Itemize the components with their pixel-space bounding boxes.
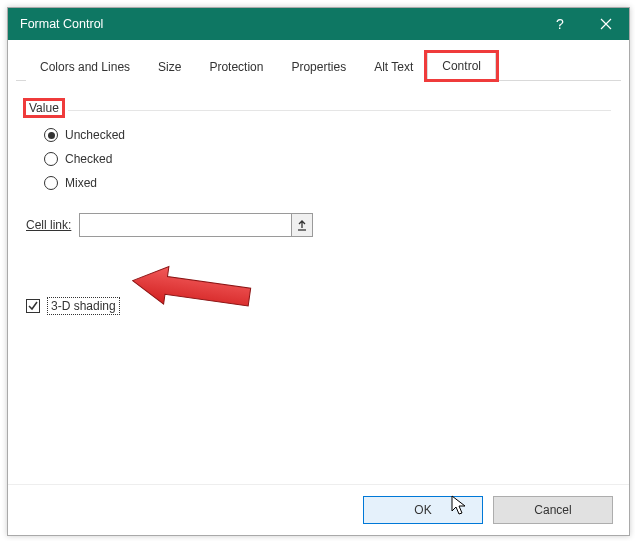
value-group: Value Unchecked Checked Mixed (26, 101, 611, 195)
tab-colors-and-lines[interactable]: Colors and Lines (26, 54, 144, 81)
tab-protection[interactable]: Protection (195, 54, 277, 81)
cell-link-label: Cell link: (26, 218, 71, 232)
radio-unchecked-label: Unchecked (65, 128, 125, 142)
tab-size[interactable]: Size (144, 54, 195, 81)
three-d-shading-row[interactable]: 3-D shading (26, 297, 611, 315)
value-group-label-text: Value (29, 101, 59, 115)
help-button[interactable]: ? (537, 8, 583, 40)
three-d-shading-checkbox[interactable] (26, 299, 40, 313)
radio-checked-row[interactable]: Checked (44, 147, 611, 171)
format-control-dialog: Format Control ? Colors and Lines Size P… (7, 7, 630, 536)
radio-checked-label: Checked (65, 152, 112, 166)
value-group-label: Value (26, 101, 62, 115)
cancel-button[interactable]: Cancel (493, 496, 613, 524)
tab-control[interactable]: Control (427, 52, 496, 81)
radio-mixed-label: Mixed (65, 176, 97, 190)
radio-unchecked[interactable] (44, 128, 58, 142)
tab-properties[interactable]: Properties (277, 54, 360, 81)
cell-link-picker-button[interactable] (291, 214, 312, 236)
dialog-title: Format Control (20, 17, 103, 31)
tabstrip: Colors and Lines Size Protection Propert… (16, 40, 621, 81)
collapse-dialog-icon (297, 219, 307, 231)
close-button[interactable] (583, 8, 629, 40)
cell-link-input[interactable] (80, 214, 291, 236)
tab-control-label: Control (442, 59, 481, 73)
button-bar: OK Cancel (8, 484, 629, 535)
radio-unchecked-row[interactable]: Unchecked (44, 123, 611, 147)
tab-alt-text[interactable]: Alt Text (360, 54, 427, 81)
radio-mixed-row[interactable]: Mixed (44, 171, 611, 195)
titlebar: Format Control ? (8, 8, 629, 40)
radio-mixed[interactable] (44, 176, 58, 190)
dialog-body: Value Unchecked Checked Mixed (8, 81, 629, 484)
cell-link-row: Cell link: (26, 213, 611, 237)
three-d-shading-label: 3-D shading (47, 297, 120, 315)
cell-link-input-group (79, 213, 313, 237)
radio-checked[interactable] (44, 152, 58, 166)
ok-button[interactable]: OK (363, 496, 483, 524)
